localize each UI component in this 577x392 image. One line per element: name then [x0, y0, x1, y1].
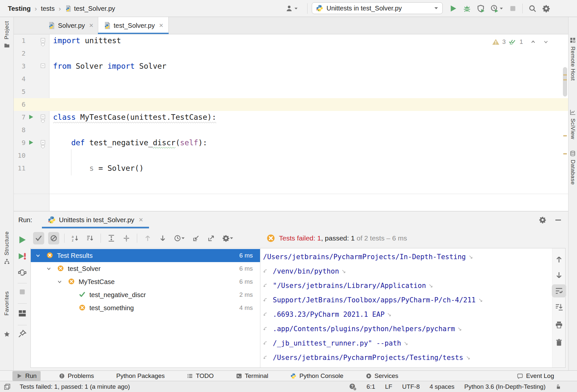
settings-button[interactable]: [542, 5, 550, 12]
line-number[interactable]: 2: [14, 47, 26, 60]
tool-window-button-problems[interactable]: Problems: [55, 371, 98, 381]
fold-marker[interactable]: [41, 140, 45, 149]
tool-window-button-run[interactable]: Run: [12, 371, 41, 381]
restore-layout-button[interactable]: [18, 309, 27, 318]
previous-occurrence-button[interactable]: [552, 253, 566, 266]
breadcrumb-item[interactable]: tests: [41, 5, 55, 12]
line-number[interactable]: 10: [14, 149, 26, 162]
editor-tab-Solver-py[interactable]: Solver.py×: [43, 17, 99, 34]
stripe-button-remote-host[interactable]: Remote Host: [568, 37, 577, 81]
tool-window-button-python-packages[interactable]: Python Packages: [112, 371, 169, 381]
line-number[interactable]: 3: [14, 60, 26, 73]
tool-window-button-terminal[interactable]: Terminal: [232, 371, 272, 381]
hide-panel-button[interactable]: [555, 220, 561, 221]
stripe-button-sciview[interactable]: SciView: [568, 109, 577, 139]
show-passed-toggle[interactable]: [33, 232, 44, 244]
tool-window-button-services[interactable]: Services: [362, 371, 402, 381]
export-test-results-button[interactable]: [206, 232, 217, 244]
clear-console-button[interactable]: [552, 336, 566, 349]
breadcrumb-item[interactable]: test_Solver.py: [65, 5, 115, 12]
line-number[interactable]: 7: [14, 111, 26, 124]
status-widget[interactable]: 4 spaces: [430, 383, 455, 390]
line-number[interactable]: 9: [14, 136, 26, 149]
next-occurrence-button[interactable]: [552, 269, 566, 282]
tool-window-button-python-console[interactable]: Python Console: [287, 371, 347, 381]
next-failed-test-button[interactable]: [157, 232, 168, 244]
run-button[interactable]: [449, 5, 457, 12]
tool-window-quick-access-button[interactable]: [4, 383, 10, 390]
tool-window-button-todo[interactable]: TODO: [183, 371, 218, 381]
test-runner-settings-button[interactable]: [221, 232, 235, 244]
expand-all-button[interactable]: [106, 232, 117, 244]
print-button[interactable]: [552, 318, 566, 331]
run-test-gutter-icon[interactable]: [28, 140, 34, 145]
tool-window-icon-problems: [59, 373, 65, 379]
stripe-button-favorites[interactable]: Favorites: [0, 291, 13, 337]
line-number[interactable]: 1: [14, 34, 26, 47]
line-number[interactable]: 5: [14, 85, 26, 98]
show-ignored-toggle[interactable]: [48, 232, 59, 244]
test-tree-row[interactable]: test_something4 ms: [31, 301, 260, 314]
interpreter-widget-icon[interactable]: ?: [349, 383, 357, 391]
tool-window-button-event-log[interactable]: Event Log: [513, 371, 558, 381]
run-tab[interactable]: Unittests in test_Solver.py ×: [42, 211, 149, 228]
user-dropdown[interactable]: [286, 0, 298, 17]
fold-marker[interactable]: [41, 63, 45, 68]
chevron-down-icon[interactable]: [46, 266, 51, 271]
line-number[interactable]: 6: [14, 98, 26, 111]
line-number[interactable]: 11: [14, 162, 26, 175]
debug-button[interactable]: [463, 5, 471, 12]
code-editor[interactable]: 1import unittest23from Solver import Sol…: [14, 34, 568, 211]
pin-tab-button[interactable]: [18, 330, 27, 338]
import-test-results-button[interactable]: [191, 232, 202, 244]
fold-marker[interactable]: [41, 38, 45, 46]
stripe-button-project[interactable]: Project: [0, 21, 13, 48]
close-icon[interactable]: ×: [139, 216, 143, 224]
collapse-all-button[interactable]: [121, 232, 132, 244]
fold-marker[interactable]: [41, 115, 45, 123]
status-widget[interactable]: UTF-8: [402, 383, 420, 390]
stop-button[interactable]: [509, 5, 516, 12]
rerun-tests-button[interactable]: [18, 235, 27, 244]
line-number[interactable]: 4: [14, 73, 26, 85]
chevron-down-icon[interactable]: [35, 253, 41, 258]
unlocked-icon[interactable]: [555, 384, 561, 390]
status-widget[interactable]: 6:1: [366, 383, 375, 390]
editor-tab-test_Solver-py[interactable]: test_Solver.py×: [98, 17, 169, 34]
run-configuration-select[interactable]: Unittests in test_Solver.py: [312, 2, 443, 14]
previous-failed-test-button[interactable]: [142, 232, 153, 244]
test-results-tree[interactable]: Test Results6 mstest_Solver6 msMyTestCas…: [31, 248, 260, 367]
test-history-button[interactable]: [172, 232, 187, 244]
search-everywhere-button[interactable]: [529, 5, 536, 12]
previous-problem-button[interactable]: [530, 39, 536, 45]
sort-alphabetically-button[interactable]: az: [69, 232, 81, 244]
profiler-button[interactable]: [491, 5, 503, 12]
status-widget[interactable]: LF: [385, 383, 392, 390]
stop-button[interactable]: [19, 288, 26, 295]
tool-window-icon-terminal: [236, 373, 242, 379]
close-icon[interactable]: ×: [89, 21, 93, 30]
breadcrumb-item[interactable]: Testing: [8, 5, 31, 12]
chevron-down-icon[interactable]: [57, 279, 62, 284]
test-tree-row[interactable]: test_negative_discr2 ms: [31, 288, 260, 301]
scroll-to-end-button[interactable]: [552, 301, 566, 314]
editor-scrollbar[interactable]: [563, 67, 567, 97]
test-tree-row[interactable]: Test Results6 ms: [31, 249, 260, 262]
run-with-coverage-button[interactable]: [477, 5, 485, 12]
close-icon[interactable]: ×: [159, 21, 163, 30]
test-tree-row[interactable]: test_Solver6 ms: [31, 262, 260, 275]
next-problem-button[interactable]: [543, 39, 549, 45]
inspections-widget[interactable]: 3 1: [492, 38, 549, 45]
toggle-auto-test-button[interactable]: [18, 268, 27, 277]
test-tree-row[interactable]: MyTestCase6 ms: [31, 275, 260, 288]
line-number[interactable]: 8: [14, 124, 26, 136]
rerun-failed-tests-button[interactable]: [18, 252, 27, 261]
stripe-button-database[interactable]: Database: [568, 151, 577, 185]
soft-wrap-toggle[interactable]: [552, 284, 566, 297]
run-panel-settings-button[interactable]: [539, 216, 546, 223]
run-test-gutter-icon[interactable]: [28, 114, 34, 120]
status-widget[interactable]: Python 3.6 (In-Depth-Testing): [464, 383, 546, 390]
test-console-output[interactable]: /Users/jetbrains/PycharmProjects/In-Dept…: [260, 248, 552, 367]
sort-by-duration-button[interactable]: [84, 232, 96, 244]
stripe-button-structure[interactable]: Structure: [0, 231, 13, 264]
